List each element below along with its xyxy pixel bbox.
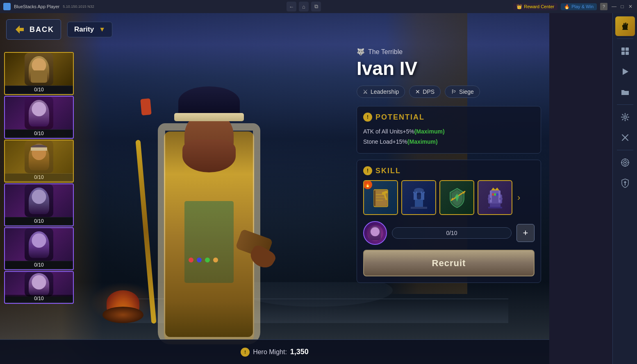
skill-icon-1[interactable]: 🔥 (363, 180, 398, 215)
siege-icon: 🏳 (451, 88, 457, 95)
hero-tags: ⚔ Leadership ✕ DPS 🏳 Siege (357, 86, 541, 98)
sidebar-tool-combat[interactable] (615, 16, 635, 36)
hero-list-item[interactable]: 0/10 (4, 271, 74, 304)
hero-list-item[interactable]: 0/10 (4, 96, 74, 139)
header: BACK Rarity ▼ (0, 13, 549, 46)
svg-rect-42 (626, 52, 629, 55)
rarity-dropdown[interactable]: Rarity ▼ (67, 22, 112, 37)
maximize-btn[interactable]: □ (619, 3, 626, 10)
potential-text-2: Stone Load+15%(Maximum) (363, 137, 535, 147)
folder-icon (621, 88, 630, 97)
potential-line-1-base: ATK of All Units+5% (363, 128, 414, 135)
skill-icon-2[interactable] (401, 180, 436, 215)
svg-marker-0 (16, 25, 24, 34)
sidebar-tool-settings[interactable] (615, 107, 635, 127)
hero-avatar-5 (5, 228, 73, 261)
potential-text-1: ATK of All Units+5%(Maximum) (363, 127, 535, 137)
svg-rect-9 (415, 199, 423, 208)
help-btn[interactable]: ? (600, 3, 607, 10)
xp-display: 0/10 (446, 230, 457, 236)
hero-count-1: 0/10 (5, 86, 73, 93)
nav-copy-btn[interactable]: ⧉ (311, 2, 321, 11)
hero-avatar-6 (5, 272, 73, 296)
hero-list-item[interactable]: 0/10 (4, 183, 74, 226)
svg-point-33 (496, 193, 498, 196)
bottom-bar: ! Hero Might: 1,350 (0, 339, 549, 364)
play-win-label: Play & Win (571, 4, 594, 9)
svg-rect-41 (621, 52, 625, 55)
back-label: BACK (30, 25, 54, 34)
plus-button[interactable]: + (516, 224, 535, 242)
play-icon (621, 67, 630, 76)
potential-line-1-highlight: (Maximum) (414, 128, 445, 135)
skill-title: SKILL (375, 167, 401, 175)
sidebar-tool-archery[interactable] (615, 153, 635, 172)
hero-count-5: 0/10 (5, 261, 73, 269)
hero-list-item[interactable]: 0/10 (4, 52, 74, 95)
hero-might-label: Hero Might: (253, 348, 287, 356)
svg-point-17 (414, 188, 424, 193)
svg-point-49 (624, 162, 626, 163)
hero-character-figure (76, 26, 342, 364)
sidebar-tool-macro[interactable] (615, 41, 635, 61)
svg-rect-28 (488, 198, 491, 200)
sidebar-tool-folder[interactable] (615, 82, 635, 102)
hero-might-icon: ! (241, 348, 250, 357)
skill-4-icon (478, 181, 512, 214)
skill-icon-3[interactable] (439, 180, 474, 215)
hero-might-value: 1,350 (290, 348, 309, 356)
skill-3-icon (440, 181, 473, 214)
skill-icon-4[interactable] (478, 180, 512, 215)
nav-controls: ← ⌂ ⧉ (287, 2, 321, 11)
svg-rect-18 (411, 207, 427, 209)
svg-marker-27 (491, 188, 499, 190)
settings-icon (621, 113, 630, 122)
hero-avatar-4 (5, 184, 73, 217)
back-arrow-icon (14, 24, 25, 35)
svg-rect-15 (423, 192, 425, 193)
rarity-label: Rarity (74, 25, 94, 34)
sidebar-divider-2 (617, 104, 633, 105)
svg-rect-6 (374, 190, 375, 206)
recruit-button[interactable]: Recruit (363, 250, 535, 276)
cross-icon (621, 133, 629, 142)
svg-rect-30 (488, 207, 502, 208)
fist-icon (620, 21, 630, 32)
hero-avatar-1 (5, 53, 73, 86)
nav-home-btn[interactable]: ⌂ (299, 2, 309, 11)
ivan-body (152, 107, 266, 344)
title-bar: BlueStacks App Player 5.10.150.1015 N32 … (0, 0, 637, 13)
play-win-btn[interactable]: 🔥 Play & Win (561, 3, 597, 10)
scroll-hint: › (517, 192, 520, 203)
sidebar-tool-play[interactable] (615, 62, 635, 81)
hero-bottom-bar: 0/10 + (363, 221, 535, 245)
hero-list-item-selected[interactable]: 0/10 (4, 140, 74, 183)
sidebar-tool-close[interactable] (615, 128, 635, 147)
hero-name: Ivan IV (357, 57, 541, 79)
potential-line-2-base: Stone Load+15% (363, 138, 407, 145)
back-button[interactable]: BACK (6, 19, 61, 40)
potential-section: ! POTENTIAL ATK of All Units+5%(Maximum)… (357, 106, 541, 154)
title-bar-right: 👑 Reward Center 🔥 Play & Win ? — □ ✕ (513, 3, 634, 10)
close-btn[interactable]: ✕ (627, 3, 634, 10)
hero-avatar-2 (5, 97, 73, 129)
svg-point-44 (624, 116, 626, 118)
leadership-icon: ⚔ (363, 88, 368, 95)
potential-title: POTENTIAL (375, 113, 425, 122)
minimize-btn[interactable]: — (611, 3, 617, 10)
hero-tag-dps: ✕ DPS (409, 86, 441, 98)
svg-rect-40 (626, 47, 629, 51)
hero-count-2: 0/10 (5, 130, 73, 137)
hero-count-6: 0/10 (5, 295, 73, 302)
app-version: 5.10.150.1015 N32 (63, 5, 94, 9)
recruit-label: Recruit (432, 258, 466, 269)
hero-list-item[interactable]: 0/10 (4, 227, 74, 270)
reward-center-btn[interactable]: 👑 Reward Center (513, 3, 557, 10)
skill-header: ! SKILL (363, 166, 535, 175)
sidebar-divider-3 (617, 150, 633, 150)
svg-rect-10 (414, 192, 417, 200)
sidebar-tool-shield-sword[interactable] (615, 173, 635, 193)
grid-icon (621, 47, 630, 56)
nav-back-btn[interactable]: ← (287, 2, 296, 11)
svg-rect-29 (499, 198, 503, 200)
